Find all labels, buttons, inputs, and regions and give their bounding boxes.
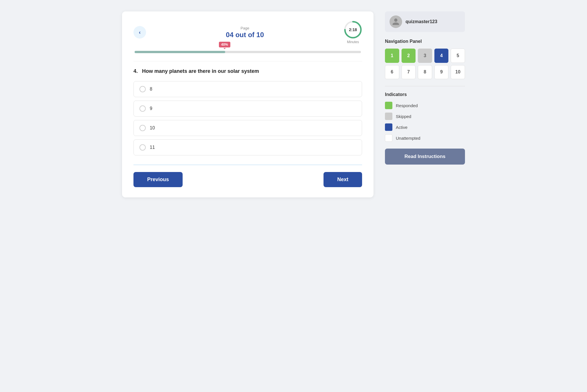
nav-cell-9[interactable]: 9 (434, 65, 449, 79)
question-body: How many planets are there in our solar … (142, 68, 259, 74)
indicator-active: Active (385, 123, 465, 131)
radio-2 (139, 105, 146, 112)
indicator-box-active (385, 123, 392, 131)
page-info: Page 04 out of 10 (226, 26, 264, 39)
progress-tooltip: 40% (219, 42, 230, 47)
back-button[interactable]: ‹ (133, 26, 146, 39)
username: quizmaster123 (406, 19, 437, 24)
radio-4 (139, 144, 146, 151)
option-1-text: 8 (150, 87, 152, 92)
indicator-label-responded: Responded (396, 103, 418, 108)
nav-grid: 12345678910 (385, 49, 465, 79)
progress-fill: 40% (135, 51, 225, 53)
indicator-skipped: Skipped (385, 113, 465, 120)
timer-svg-wrapper: 2:18 (344, 21, 362, 39)
previous-button[interactable]: Previous (133, 172, 183, 187)
progress-track: 40% (135, 51, 361, 53)
indicator-unattempted: Unattempted (385, 134, 465, 142)
options-list: 8 9 10 11 (133, 81, 362, 155)
page-wrapper: ‹ Page 04 out of 10 2:18 Minutes (122, 11, 465, 197)
sidebar: quizmaster123 Navigation Panel 123456789… (385, 11, 465, 165)
indicators-title: Indicators (385, 92, 465, 97)
nav-cell-6[interactable]: 6 (385, 65, 399, 79)
indicator-box-skipped (385, 113, 392, 120)
nav-cell-7[interactable]: 7 (402, 65, 416, 79)
nav-cell-5[interactable]: 5 (451, 49, 465, 63)
quiz-header: ‹ Page 04 out of 10 2:18 Minutes (133, 21, 362, 44)
read-instructions-button[interactable]: Read Instructions (385, 149, 465, 165)
indicator-box-responded (385, 102, 392, 109)
page-label: Page (226, 26, 264, 30)
user-card: quizmaster123 (385, 11, 465, 32)
page-number: 04 out of 10 (226, 31, 264, 39)
indicators-list: RespondedSkippedActiveUnattempted (385, 102, 465, 142)
nav-cell-2[interactable]: 2 (402, 49, 416, 63)
nav-cell-8[interactable]: 8 (418, 65, 432, 79)
nav-buttons: Previous Next (133, 172, 362, 187)
nav-cell-3[interactable]: 3 (418, 49, 432, 63)
indicator-responded: Responded (385, 102, 465, 109)
nav-cell-1[interactable]: 1 (385, 49, 399, 63)
timer-label: Minutes (347, 40, 359, 44)
option-2-text: 9 (150, 106, 152, 111)
nav-panel-title: Navigation Panel (385, 39, 465, 44)
bottom-divider (133, 165, 362, 165)
question-text: 4. How many planets are there in our sol… (133, 68, 362, 74)
option-1[interactable]: 8 (133, 81, 362, 97)
timer-value: 2:18 (349, 27, 357, 32)
indicator-label-skipped: Skipped (396, 114, 411, 119)
progress-container: 40% (133, 51, 362, 53)
question-number: 4. (133, 68, 138, 74)
sidebar-divider (385, 86, 465, 86)
indicator-label-active: Active (396, 125, 408, 130)
option-3[interactable]: 10 (133, 120, 362, 136)
next-button[interactable]: Next (324, 172, 362, 187)
option-4-text: 11 (150, 145, 155, 150)
quiz-card: ‹ Page 04 out of 10 2:18 Minutes (122, 11, 374, 197)
timer: 2:18 Minutes (344, 21, 362, 44)
header-divider (133, 61, 362, 61)
option-4[interactable]: 11 (133, 139, 362, 155)
nav-cell-10[interactable]: 10 (451, 65, 465, 79)
option-3-text: 10 (150, 125, 155, 131)
indicator-label-unattempted: Unattempted (396, 136, 420, 141)
radio-1 (139, 86, 146, 92)
radio-3 (139, 125, 146, 131)
option-2[interactable]: 9 (133, 101, 362, 117)
indicator-box-unattempted (385, 134, 392, 142)
avatar (390, 15, 402, 28)
nav-cell-4[interactable]: 4 (434, 49, 449, 63)
